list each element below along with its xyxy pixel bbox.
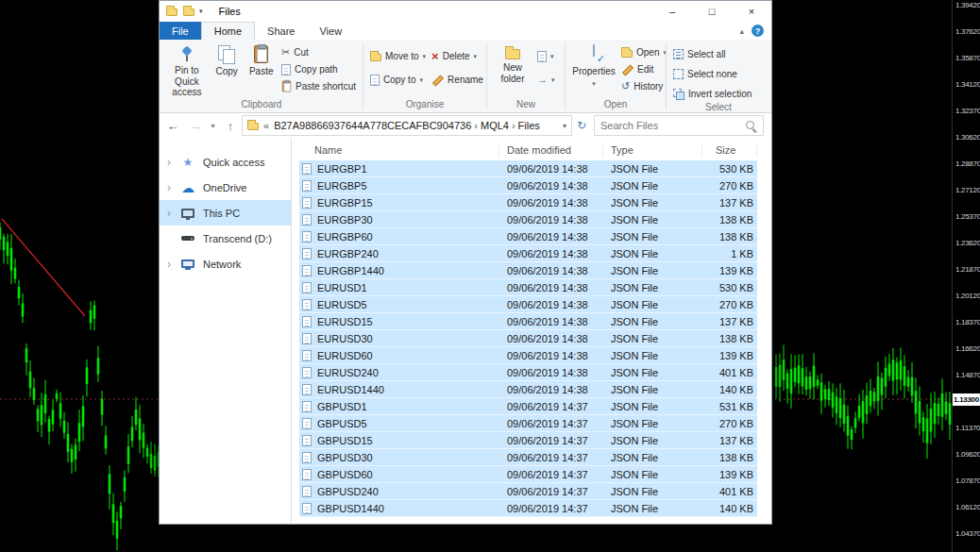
history-button[interactable]: ↺ History [618, 78, 669, 94]
sidebar-item-onedrive[interactable]: ›☁OneDrive [160, 175, 291, 200]
file-name: EURUSD1 [317, 282, 367, 293]
expand-chevron-icon[interactable]: › [167, 207, 178, 220]
expand-chevron-icon[interactable]: › [167, 156, 178, 169]
group-separator [363, 43, 363, 109]
invert-selection-button[interactable]: Invert selection [670, 86, 754, 102]
file-row[interactable]: GBPUSD6009/06/2019 14:37JSON File139 KB [299, 466, 757, 483]
file-size: 1 KB [702, 248, 757, 259]
price-axis[interactable]: 1.13300 1.394201.376201.358701.341201.32… [952, 0, 980, 552]
file-row[interactable]: EURGBP6009/06/2019 14:38JSON File138 KB [299, 228, 757, 245]
file-row[interactable]: EURGBP1509/06/2019 14:38JSON File137 KB [299, 194, 757, 211]
breadcrumb-segment[interactable]: B27A98866937644A778CECAFBC904736 [274, 120, 471, 131]
edit-button[interactable]: Edit [618, 61, 669, 77]
select-all-button[interactable]: Select all [670, 46, 754, 62]
breadcrumb-segment[interactable]: Files [518, 120, 540, 131]
tab-file[interactable]: File [160, 22, 201, 40]
refresh-button[interactable]: ↻ [572, 119, 591, 132]
file-row[interactable]: GBPUSD3009/06/2019 14:37JSON File138 KB [299, 449, 757, 466]
column-header-type[interactable]: Type [603, 142, 702, 158]
easy-access-button[interactable]: → ▾ [534, 72, 558, 88]
file-row[interactable]: GBPUSD509/06/2019 14:37JSON File270 KB [299, 415, 757, 432]
back-button[interactable]: ← [161, 119, 184, 133]
file-row[interactable]: EURUSD1509/06/2019 14:38JSON File137 KB [299, 313, 757, 330]
new-item-button[interactable]: ▾ [534, 48, 558, 64]
dropdown-icon: ▾ [550, 53, 554, 60]
delete-button[interactable]: × Delete ▾ [429, 48, 486, 64]
button-label: Invert selection [688, 89, 752, 99]
file-icon [302, 282, 312, 293]
column-header-date-modified[interactable]: Date modified [499, 142, 603, 158]
file-row[interactable]: EURUSD6009/06/2019 14:38JSON File139 KB [299, 347, 757, 364]
file-row[interactable]: EURGBP109/06/2019 14:38JSON File530 KB [299, 160, 757, 177]
file-name-cell: EURGBP30 [299, 214, 499, 226]
title-bar[interactable]: ▾ Files – □ × [160, 1, 771, 22]
paste-button[interactable]: Paste [244, 42, 279, 99]
column-header-size[interactable]: Size [702, 142, 757, 158]
paste-shortcut-button[interactable]: Paste shortcut [279, 78, 359, 94]
sidebar-item-label: Transcend (D:) [203, 233, 272, 244]
help-icon[interactable]: ? [752, 25, 764, 37]
file-row[interactable]: EURUSD509/06/2019 14:38JSON File270 KB [299, 296, 757, 313]
breadcrumb-segment[interactable]: MQL4 [481, 120, 509, 131]
file-date-modified: 09/06/2019 14:38 [499, 214, 603, 226]
button-label: Copy path [295, 64, 338, 75]
tab-share[interactable]: Share [255, 22, 307, 40]
qat-dropdown-icon[interactable]: ▾ [199, 8, 203, 15]
tab-view[interactable]: View [307, 22, 354, 40]
expand-chevron-icon[interactable]: › [167, 258, 178, 271]
file-icon [302, 333, 312, 344]
price-tick-label: 1.18370 [955, 317, 980, 328]
recent-locations-dropdown-icon[interactable]: ▾ [207, 122, 219, 130]
file-row[interactable]: EURUSD109/06/2019 14:38JSON File530 KB [299, 279, 757, 296]
new-folder-button[interactable]: New folder [491, 42, 534, 99]
file-date-modified: 09/06/2019 14:37 [499, 418, 603, 429]
paste-shortcut-icon [282, 81, 291, 92]
button-label: Rename [448, 75, 483, 85]
file-row[interactable]: EURGBP144009/06/2019 14:38JSON File139 K… [299, 262, 757, 279]
file-row[interactable]: EURGBP3009/06/2019 14:38JSON File138 KB [299, 211, 757, 228]
copy-to-button[interactable]: Copy to ▾ [367, 72, 429, 88]
up-button[interactable]: ↑ [219, 119, 242, 133]
column-header-name[interactable]: Name [299, 142, 499, 158]
file-row[interactable]: EURUSD144009/06/2019 14:38JSON File140 K… [299, 381, 757, 398]
file-row[interactable]: GBPUSD1509/06/2019 14:37JSON File137 KB [299, 432, 757, 449]
breadcrumb-overflow-icon[interactable]: « [263, 120, 269, 131]
rename-button[interactable]: Rename [429, 72, 486, 88]
file-row[interactable]: EURGBP24009/06/2019 14:38JSON File1 KB [299, 245, 757, 262]
file-row[interactable]: GBPUSD24009/06/2019 14:37JSON File401 KB [299, 483, 757, 500]
cut-button[interactable]: ✂ Cut [279, 44, 359, 60]
copy-path-button[interactable]: Copy path [279, 61, 359, 77]
file-row[interactable]: EURUSD3009/06/2019 14:38JSON File138 KB [299, 330, 757, 347]
open-button[interactable]: Open ▾ [618, 44, 669, 60]
sidebar-item-quick-access[interactable]: ›★Quick access [160, 149, 291, 175]
copy-button[interactable]: Copy [210, 42, 245, 99]
sidebar-item-this-pc[interactable]: ›This PC [160, 200, 291, 226]
qat-folder-icon[interactable] [183, 8, 194, 16]
sidebar-item-network[interactable]: ›Network [160, 251, 291, 276]
sidebar-item-transcend-d[interactable]: Transcend (D:) [160, 226, 291, 251]
address-dropdown-icon[interactable]: ▾ [563, 122, 566, 130]
file-row[interactable]: GBPUSD144009/06/2019 14:37JSON File140 K… [299, 500, 757, 517]
file-date-modified: 09/06/2019 14:38 [499, 265, 603, 276]
file-name: EURGBP15 [317, 197, 373, 209]
select-none-button[interactable]: Select none [670, 66, 754, 82]
maximize-button[interactable]: □ [692, 1, 732, 22]
file-row[interactable]: EURUSD24009/06/2019 14:38JSON File401 KB [299, 364, 757, 381]
file-name: EURGBP5 [317, 180, 367, 192]
address-bar[interactable]: « B27A98866937644A778CECAFBC904736›MQL4›… [242, 115, 572, 136]
collapse-ribbon-icon[interactable]: ▴ [739, 26, 744, 36]
button-label: Properties [572, 66, 616, 77]
pin-to-quick-access-button[interactable]: Pin to Quick access [164, 42, 210, 99]
search-box[interactable]: Search Files [594, 115, 764, 136]
file-row[interactable]: GBPUSD109/06/2019 14:37JSON File531 KB [299, 398, 757, 415]
button-label: Select all [687, 49, 726, 59]
minimize-button[interactable]: – [652, 1, 692, 22]
move-to-button[interactable]: Move to ▾ [367, 48, 429, 64]
file-row[interactable]: EURGBP509/06/2019 14:38JSON File270 KB [299, 177, 757, 194]
properties-button[interactable]: ✓ Properties ▾ [569, 42, 618, 99]
forward-button[interactable]: → [184, 119, 207, 133]
expand-chevron-icon[interactable]: › [167, 181, 178, 194]
tab-home[interactable]: Home [201, 22, 255, 40]
file-name: GBPUSD1 [317, 401, 367, 412]
close-button[interactable]: × [732, 1, 771, 22]
